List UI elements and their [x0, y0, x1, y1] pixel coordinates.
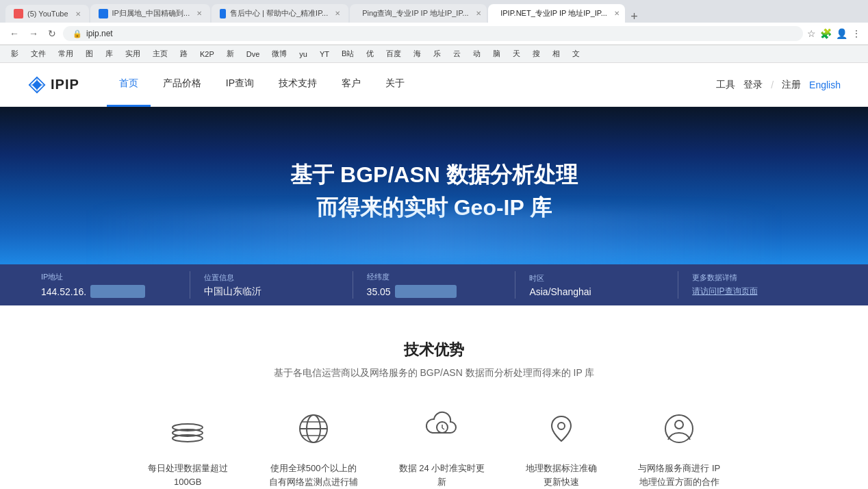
feature-text-2: 数据 24 小时准实时更 新 [399, 462, 485, 488]
nav-home[interactable]: 首页 [107, 63, 151, 107]
nav-tech-support[interactable]: 技术支持 [266, 63, 329, 107]
bookmark-dong[interactable]: 动 [469, 47, 485, 60]
bookmark-wen[interactable]: 文件 [27, 47, 50, 60]
nav-register[interactable]: 注册 [782, 79, 801, 91]
ip-value-coords: 35.05 [367, 285, 502, 298]
ip-address-text: 144.52.16. [41, 286, 86, 297]
site-navbar: IPIP 首页 产品价格 IP查询 技术支持 客户 关于 工具 登录 / 注册 … [0, 63, 868, 107]
ip-value-location: 中国山东临沂 [204, 286, 339, 298]
tab-5-active[interactable]: IPIP.NET_专业IP IP 地址IP_IP... ✕ [488, 4, 625, 23]
bookmark-lu[interactable]: 路 [176, 47, 192, 60]
bookmark-shi[interactable]: 实用 [121, 47, 144, 60]
nav-english[interactable]: English [809, 79, 841, 90]
bookmark-xin[interactable]: 新 [222, 47, 238, 60]
ip-field-more: 更多数据详情 请访问IP查询页面 [692, 273, 827, 297]
logo-text: IPIP [51, 77, 79, 92]
nav-customers[interactable]: 客户 [329, 63, 373, 107]
bookmark-dve[interactable]: Dve [242, 49, 264, 60]
ip-more-link[interactable]: 请访问IP查询页面 [692, 286, 757, 297]
bookmark-so[interactable]: 搜 [528, 47, 544, 60]
hero-title-line2: 而得来的实时 Geo-IP 库 [290, 191, 578, 224]
svg-line-14 [442, 428, 444, 429]
feature-global-nodes: 使用全球500个以上的 自有网络监测点进行辅 助跳量 [269, 407, 358, 489]
bookmark-le[interactable]: 乐 [429, 47, 445, 60]
tab-youtube[interactable]: (5) YouTube ✕ [5, 5, 89, 23]
ip-coords-input[interactable] [395, 285, 457, 298]
ip-location-text: 中国山东临沂 [204, 286, 261, 298]
ip-label-location: 位置信息 [204, 273, 339, 283]
pin-icon [539, 407, 583, 451]
bookmarks-bar: 影 文件 常用 图 库 实用 主页 路 K2P 新 Dve 微博 yu YT B… [0, 45, 868, 63]
browser-chrome: (5) YouTube ✕ IP归属地_中国精确到... ✕ 售后中心 | 帮助… [0, 0, 868, 23]
ip-divider-4 [678, 271, 678, 299]
feature-data-volume: 每日处理数据量超过 100GB [148, 407, 228, 489]
tab-4[interactable]: Ping查询_专业IP IP 地址IP_IP... ✕ [350, 4, 487, 23]
feature-text-1: 使用全球500个以上的 自有网络监测点进行辅 助跳量 [269, 462, 358, 489]
back-button[interactable]: ← [7, 27, 22, 40]
bookmark-ying[interactable]: 影 [7, 47, 23, 60]
tab-close[interactable]: ✕ [614, 10, 620, 17]
forward-button[interactable]: → [26, 27, 41, 40]
ip-field-coords: 经纬度 35.05 [367, 272, 502, 298]
bookmark-weibo[interactable]: 微博 [268, 47, 291, 60]
url-text: ipip.net [86, 29, 113, 38]
browser-actions: ☆ 🧩 👤 ⋮ [807, 28, 861, 39]
bookmark-yun[interactable]: 云 [449, 47, 465, 60]
bookmark-yu[interactable]: yu [295, 49, 311, 60]
nav-ip-query[interactable]: IP查询 [214, 63, 266, 107]
bookmark-ku[interactable]: 库 [101, 47, 117, 60]
tab-close[interactable]: ✕ [476, 10, 481, 17]
hero-title-line1: 基于 BGP/ASN 数据分析处理 [290, 158, 578, 191]
bookmark-chang[interactable]: 常用 [54, 47, 77, 60]
bookmark-wen2[interactable]: 文 [568, 47, 584, 60]
bookmark-tian[interactable]: 天 [509, 47, 524, 60]
tab-label: (5) YouTube [27, 10, 68, 18]
ip-label-address: IP地址 [41, 272, 176, 282]
ip-address-input[interactable] [90, 285, 145, 298]
tech-title: 技术优势 [55, 340, 813, 360]
bookmark-k2p[interactable]: K2P [196, 49, 218, 60]
bookmark-xiang[interactable]: 相 [548, 47, 564, 60]
bookmark-baidu[interactable]: 百度 [382, 47, 405, 60]
ip-value-more: 请访问IP查询页面 [692, 286, 827, 297]
nav-pricing[interactable]: 产品价格 [151, 63, 214, 107]
bookmark-yt[interactable]: YT [316, 49, 333, 60]
tab-favicon [99, 9, 108, 18]
bookmark-zhu[interactable]: 主页 [149, 47, 172, 60]
new-tab-button[interactable]: + [626, 10, 642, 23]
profile-btn[interactable]: 👤 [836, 28, 847, 39]
layers-icon [166, 407, 209, 451]
nav-divider: / [771, 79, 774, 90]
tab-close[interactable]: ✕ [335, 10, 340, 17]
bookmark-nao[interactable]: 脑 [489, 47, 505, 60]
nav-about[interactable]: 关于 [373, 63, 417, 107]
bookmark-tu[interactable]: 图 [81, 47, 97, 60]
tab-2[interactable]: IP归属地_中国精确到... ✕ [90, 4, 211, 23]
nav-login[interactable]: 登录 [743, 79, 763, 91]
extensions-btn[interactable]: 🧩 [820, 28, 832, 39]
tech-desc: 基于各电信运营商以及网络服务的 BGP/ASN 数据而分析处理而得来的 IP 库 [55, 367, 813, 379]
nav-tools[interactable]: 工具 [716, 79, 735, 91]
tab-label: 售后中心 | 帮助中心_精准IP... [230, 8, 328, 18]
tab-close[interactable]: ✕ [75, 10, 81, 18]
ip-divider-3 [515, 271, 515, 299]
hero-title: 基于 BGP/ASN 数据分析处理 而得来的实时 Geo-IP 库 [290, 158, 578, 224]
bookmark-star[interactable]: ☆ [807, 28, 816, 39]
svg-point-15 [558, 423, 565, 429]
tab-favicon [14, 9, 23, 18]
ip-label-more: 更多数据详情 [692, 273, 827, 283]
feature-accuracy: 地理数据标注准确 更新快速 [526, 407, 597, 489]
feature-text-0: 每日处理数据量超过 100GB [148, 462, 228, 488]
url-bar[interactable]: 🔒 ipip.net [63, 26, 803, 41]
tab-3[interactable]: 售后中心 | 帮助中心_精准IP... ✕ [212, 4, 348, 23]
globe-icon [292, 407, 335, 451]
site-logo: IPIP [27, 75, 79, 95]
ip-timezone-text: Asia/Shanghai [529, 286, 591, 297]
bookmark-b[interactable]: B站 [337, 47, 358, 60]
reload-button[interactable]: ↻ [45, 27, 59, 40]
bookmark-hai[interactable]: 海 [409, 47, 425, 60]
menu-btn[interactable]: ⋮ [852, 28, 861, 39]
bookmark-you[interactable]: 优 [362, 47, 378, 60]
tab-close[interactable]: ✕ [196, 10, 202, 17]
tab-label: IPIP.NET_专业IP IP 地址IP_IP... [500, 8, 607, 18]
